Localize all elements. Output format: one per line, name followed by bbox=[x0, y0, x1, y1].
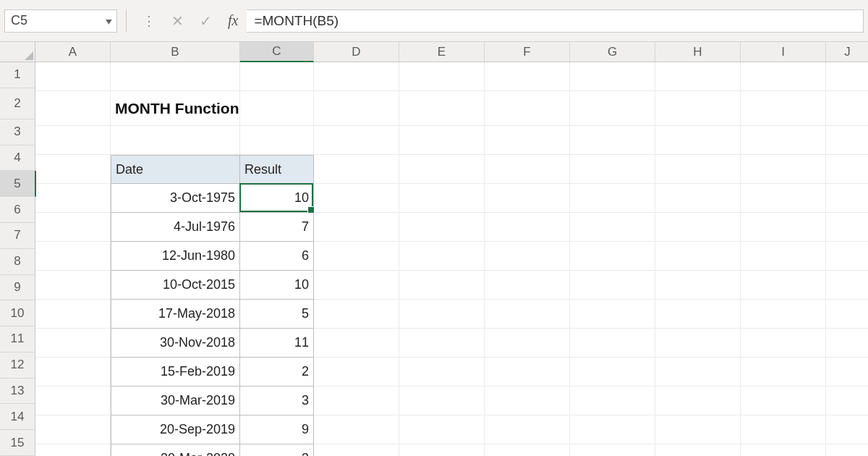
cell-F6[interactable] bbox=[485, 213, 570, 242]
cell-H13[interactable] bbox=[655, 415, 741, 444]
cell-H1[interactable] bbox=[655, 62, 741, 91]
cell-E14[interactable] bbox=[399, 444, 485, 456]
column-header-c[interactable]: C bbox=[240, 42, 314, 62]
row-header-13[interactable]: 13 bbox=[0, 379, 35, 405]
cell-H4[interactable] bbox=[655, 155, 741, 184]
cell-B5[interactable]: 3-Oct-1975 bbox=[111, 184, 240, 213]
cell-B11[interactable]: 15-Feb-2019 bbox=[111, 358, 240, 387]
row-header-14[interactable]: 14 bbox=[0, 404, 35, 430]
cell-A6[interactable] bbox=[35, 213, 111, 242]
column-header-d[interactable]: D bbox=[314, 42, 399, 62]
row-header-3[interactable]: 3 bbox=[0, 119, 35, 145]
cell-B12[interactable]: 30-Mar-2019 bbox=[111, 387, 240, 415]
cell-G8[interactable] bbox=[570, 271, 655, 300]
cell-G3[interactable] bbox=[570, 126, 655, 155]
cell-H9[interactable] bbox=[655, 300, 741, 329]
cell-C6[interactable]: 7 bbox=[240, 213, 314, 242]
cell-G6[interactable] bbox=[570, 213, 655, 242]
cell-D7[interactable] bbox=[314, 242, 399, 271]
cell-F7[interactable] bbox=[485, 242, 570, 271]
row-header-4[interactable]: 4 bbox=[0, 145, 35, 172]
cell-D10[interactable] bbox=[314, 329, 399, 358]
cell-G14[interactable] bbox=[570, 444, 655, 456]
cell-F12[interactable] bbox=[485, 387, 570, 415]
cell-E7[interactable] bbox=[399, 242, 485, 271]
cell-A3[interactable] bbox=[35, 126, 111, 155]
column-header-j[interactable]: J bbox=[826, 42, 868, 62]
column-header-h[interactable]: H bbox=[655, 42, 741, 62]
cell-H10[interactable] bbox=[655, 329, 741, 358]
cell-J9[interactable] bbox=[826, 300, 868, 329]
cell-F9[interactable] bbox=[485, 300, 570, 329]
cell-D6[interactable] bbox=[314, 213, 399, 242]
cell-I10[interactable] bbox=[741, 329, 826, 358]
cell-B6[interactable]: 4-Jul-1976 bbox=[111, 213, 240, 242]
cell-A4[interactable] bbox=[35, 155, 111, 184]
cell-F2[interactable] bbox=[485, 91, 570, 126]
cell-B4[interactable]: Date bbox=[111, 155, 240, 184]
row-header-9[interactable]: 9 bbox=[0, 275, 35, 301]
formula-input[interactable]: =MONTH(B5) bbox=[247, 9, 864, 33]
cell-I5[interactable] bbox=[741, 184, 826, 213]
cell-I3[interactable] bbox=[741, 126, 826, 155]
cell-A8[interactable] bbox=[35, 271, 111, 300]
cell-B14[interactable]: 30-Mar-2020 bbox=[111, 444, 240, 456]
cell-C14[interactable]: 3 bbox=[240, 444, 314, 456]
cell-F11[interactable] bbox=[485, 358, 570, 387]
cell-C2[interactable] bbox=[240, 91, 314, 126]
cell-A11[interactable] bbox=[35, 358, 111, 387]
cell-D13[interactable] bbox=[314, 415, 399, 444]
column-header-g[interactable]: G bbox=[570, 42, 655, 62]
cell-H2[interactable] bbox=[655, 91, 741, 126]
column-header-a[interactable]: A bbox=[35, 42, 111, 62]
cell-I6[interactable] bbox=[741, 213, 826, 242]
cell-C5[interactable]: 10 bbox=[240, 184, 314, 213]
cell-I13[interactable] bbox=[741, 415, 826, 444]
cell-F14[interactable] bbox=[485, 444, 570, 456]
cell-H6[interactable] bbox=[655, 213, 741, 242]
row-header-2[interactable]: 2 bbox=[0, 88, 35, 119]
cells-area[interactable]: MONTH FunctionDateResult3-Oct-1975104-Ju… bbox=[35, 62, 868, 456]
row-header-10[interactable]: 10 bbox=[0, 300, 35, 326]
cell-E4[interactable] bbox=[399, 155, 485, 184]
row-header-11[interactable]: 11 bbox=[0, 326, 35, 352]
column-header-b[interactable]: B bbox=[111, 42, 240, 62]
row-header-1[interactable]: 1 bbox=[0, 62, 35, 88]
cell-C3[interactable] bbox=[240, 126, 314, 155]
cell-G13[interactable] bbox=[570, 415, 655, 444]
cell-I2[interactable] bbox=[741, 91, 826, 126]
cell-E2[interactable] bbox=[399, 91, 485, 126]
cell-D9[interactable] bbox=[314, 300, 399, 329]
row-header-15[interactable]: 15 bbox=[0, 430, 35, 456]
chevron-down-icon[interactable]: ▾ bbox=[106, 14, 112, 28]
cell-H3[interactable] bbox=[655, 126, 741, 155]
cell-I4[interactable] bbox=[741, 155, 826, 184]
cell-G10[interactable] bbox=[570, 329, 655, 358]
cell-C4[interactable]: Result bbox=[240, 155, 314, 184]
cell-D8[interactable] bbox=[314, 271, 399, 300]
cell-D11[interactable] bbox=[314, 358, 399, 387]
cell-I14[interactable] bbox=[741, 444, 826, 456]
cell-F8[interactable] bbox=[485, 271, 570, 300]
cell-G7[interactable] bbox=[570, 242, 655, 271]
cell-I9[interactable] bbox=[741, 300, 826, 329]
cell-J5[interactable] bbox=[826, 184, 868, 213]
cell-F4[interactable] bbox=[485, 155, 570, 184]
cell-C10[interactable]: 11 bbox=[240, 329, 314, 358]
cell-E13[interactable] bbox=[399, 415, 485, 444]
cell-J7[interactable] bbox=[826, 242, 868, 271]
cell-G1[interactable] bbox=[570, 62, 655, 91]
cell-C13[interactable]: 9 bbox=[240, 415, 314, 444]
cell-E10[interactable] bbox=[399, 329, 485, 358]
confirm-icon[interactable]: ✓ bbox=[200, 12, 212, 30]
cell-A1[interactable] bbox=[35, 62, 111, 91]
cell-I11[interactable] bbox=[741, 358, 826, 387]
cell-A13[interactable] bbox=[35, 415, 111, 444]
column-header-i[interactable]: I bbox=[741, 42, 826, 62]
cell-H7[interactable] bbox=[655, 242, 741, 271]
cell-J2[interactable] bbox=[826, 91, 868, 126]
drag-handle-icon[interactable]: ⋮ bbox=[142, 13, 156, 29]
cell-H8[interactable] bbox=[655, 271, 741, 300]
cell-F13[interactable] bbox=[485, 415, 570, 444]
cell-B7[interactable]: 12-Jun-1980 bbox=[111, 242, 240, 271]
